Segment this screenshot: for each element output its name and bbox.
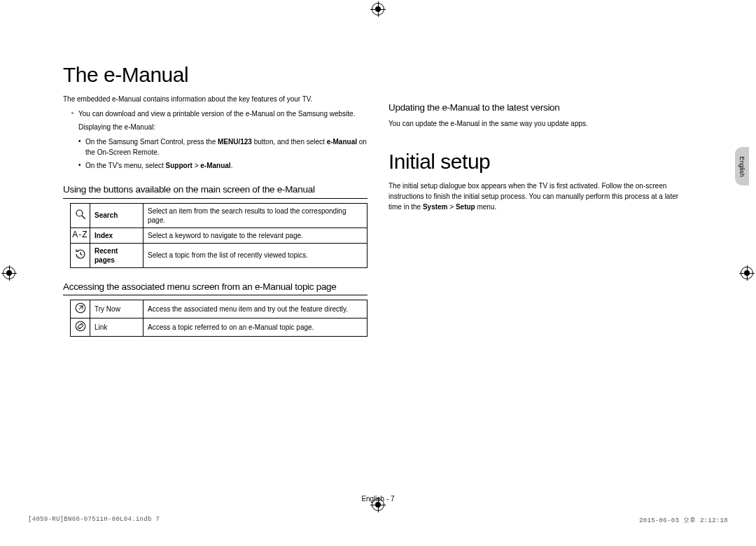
heading-emanual: The e-Manual [63, 63, 368, 87]
index-icon: A-Z [71, 227, 90, 243]
sub-bullet-tv-menu: On the TV's menu, select Support > e-Man… [78, 160, 368, 171]
heading-access: Accessing the associated menu screen fro… [63, 281, 368, 296]
footer-timestamp: 2015-06-03 오후 2:12:18 [639, 516, 728, 525]
registration-mark-icon [3, 267, 15, 279]
intro-text: The embedded e-Manual contains informati… [63, 94, 368, 104]
page-number: English - 7 [0, 495, 756, 503]
search-label: Search [90, 203, 144, 227]
try-now-desc: Access the associated menu item and try … [144, 300, 368, 318]
try-now-label: Try Now [90, 300, 144, 318]
recent-label: Recent pages [90, 243, 144, 267]
index-desc: Select a keyword to navigate to the rele… [144, 227, 368, 243]
heading-buttons: Using the buttons available on the main … [63, 183, 368, 199]
registration-mark-icon [741, 267, 753, 279]
svg-line-3 [78, 306, 82, 309]
recent-desc: Select a topic from the list of recently… [144, 243, 368, 267]
link-label: Link [90, 318, 144, 337]
table-row: Search Select an item from the search re… [71, 203, 368, 227]
bullet-download: You can download and view a printable ve… [71, 108, 368, 119]
right-column: Updating the e-Manual to the latest vers… [388, 63, 693, 504]
recent-icon [71, 243, 90, 267]
heading-update: Updating the e-Manual to the latest vers… [388, 102, 693, 114]
display-note: Displaying the e-Manual: [78, 122, 368, 132]
footer-file-info: [40S9-RU]BN68-07511H-00L04.indb 7 [28, 516, 160, 525]
sub-bullet-list: On the Samsung Smart Control, press the … [78, 136, 368, 171]
language-tab: English [735, 147, 749, 186]
table-row: Link Access a topic referred to on an e-… [71, 318, 368, 337]
svg-line-1 [82, 216, 85, 219]
bullet-list: You can download and view a printable ve… [71, 108, 368, 119]
table-row: Try Now Access the associated menu item … [71, 300, 368, 318]
registration-mark-icon [372, 3, 384, 15]
search-desc: Select an item from the search results t… [144, 203, 368, 227]
try-now-icon [71, 300, 90, 318]
svg-point-0 [76, 210, 83, 216]
left-column: The e-Manual The embedded e-Manual conta… [63, 63, 368, 504]
page-content: The e-Manual The embedded e-Manual conta… [63, 63, 693, 504]
link-desc: Access a topic referred to on an e-Manua… [144, 318, 368, 337]
initial-setup-para: The initial setup dialogue box appears w… [388, 181, 693, 212]
svg-point-4 [76, 321, 85, 331]
buttons-table: Search Select an item from the search re… [70, 203, 368, 268]
table-row: Recent pages Select a topic from the lis… [71, 243, 368, 267]
update-text: You can update the e-Manual in the same … [388, 118, 693, 129]
sub-bullet-smart-control: On the Samsung Smart Control, press the … [78, 136, 368, 158]
heading-initial-setup: Initial setup [388, 150, 693, 174]
access-table: Try Now Access the associated menu item … [70, 300, 368, 337]
print-footer: [40S9-RU]BN68-07511H-00L04.indb 7 2015-0… [28, 516, 728, 525]
search-icon [71, 203, 90, 227]
link-icon [71, 318, 90, 337]
language-label: English [738, 156, 746, 177]
index-label: Index [90, 227, 144, 243]
table-row: A-Z Index Select a keyword to navigate t… [71, 227, 368, 243]
